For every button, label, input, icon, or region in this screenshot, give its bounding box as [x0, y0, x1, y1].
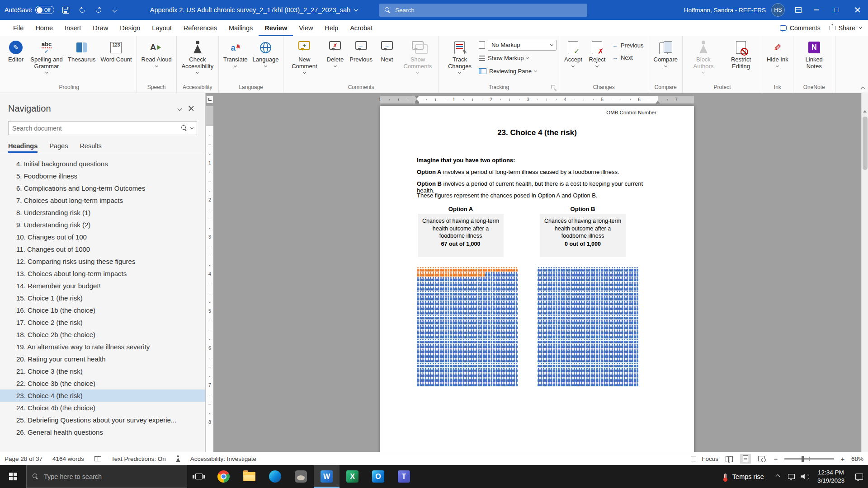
accessibility-indicator[interactable]: Accessibility: Investigate: [190, 455, 256, 462]
tab-design[interactable]: Design: [114, 20, 146, 36]
markup-select[interactable]: No Markup: [488, 40, 557, 51]
reviewing-pane-button[interactable]: Reviewing Pane: [479, 65, 557, 77]
navigation-search-input[interactable]: [12, 125, 178, 132]
nav-heading-item[interactable]: 18. Choice 2b (the choice): [0, 328, 205, 341]
nav-heading-item[interactable]: 8. Understanding risk (1): [0, 206, 205, 219]
nav-heading-item[interactable]: 20. Rating your current health: [0, 353, 205, 365]
tab-references[interactable]: References: [178, 20, 223, 36]
tab-review[interactable]: Review: [259, 20, 293, 36]
document-title[interactable]: Appendix 2. US Adult chronic survey_2_17…: [150, 6, 358, 14]
reject-button[interactable]: ✗ Reject: [585, 38, 609, 67]
tracking-dialog-launcher[interactable]: [551, 84, 557, 90]
weather-widget[interactable]: Temps rise: [717, 473, 771, 480]
next-comment-button[interactable]: → Next: [375, 38, 399, 63]
nav-heading-item[interactable]: 4. Initial background questions: [0, 158, 205, 170]
taskbar-search-input[interactable]: [44, 473, 181, 480]
vertical-ruler[interactable]: 12345678: [206, 106, 213, 452]
nav-heading-item[interactable]: 15. Choice 1 (the risk): [0, 292, 205, 304]
check-accessibility-button[interactable]: Check Accessibility: [179, 38, 216, 73]
autosave-toggle[interactable]: Off: [35, 6, 54, 14]
tab-acrobat[interactable]: Acrobat: [344, 20, 378, 36]
editor-button[interactable]: ✎ Editor: [4, 38, 28, 63]
previous-change-button[interactable]: ← Previous: [609, 40, 646, 51]
tab-draw[interactable]: Draw: [87, 20, 114, 36]
chrome-taskbar-icon[interactable]: [211, 465, 236, 488]
outlook-taskbar-icon[interactable]: [365, 465, 391, 488]
close-button[interactable]: [847, 0, 868, 20]
nav-heading-item[interactable]: 21. Choice 3 (the risk): [0, 365, 205, 377]
word-taskbar-icon[interactable]: [314, 465, 340, 488]
tab-pages[interactable]: Pages: [49, 142, 68, 153]
gimp-taskbar-icon[interactable]: [288, 465, 314, 488]
tab-insert[interactable]: Insert: [59, 20, 87, 36]
user-name[interactable]: Hoffmann, Sandra - REE-ERS: [684, 7, 766, 14]
zoom-slider[interactable]: [784, 458, 834, 460]
start-button[interactable]: [0, 465, 26, 488]
customize-quick-access-button[interactable]: [108, 3, 122, 17]
collapse-ribbon-button[interactable]: [861, 87, 865, 91]
action-center-button[interactable]: [850, 465, 868, 488]
nav-heading-item[interactable]: 19. An alternative way to rate illness s…: [0, 341, 205, 353]
tab-stop-selector[interactable]: [206, 96, 213, 103]
zoom-level[interactable]: 68%: [851, 455, 863, 462]
nav-heading-item[interactable]: 23. Choice 4 (the risk): [0, 389, 205, 402]
clock[interactable]: 12:34 PM 3/19/2023: [812, 469, 850, 484]
task-view-button[interactable]: [187, 465, 211, 488]
document-page[interactable]: OMB Control Number: 23. Choice 4 (the ri…: [380, 106, 694, 452]
horizontal-ruler[interactable]: 11234567: [380, 96, 694, 103]
tab-view[interactable]: View: [293, 20, 319, 36]
previous-comment-button[interactable]: ← Previous: [347, 38, 375, 63]
thesaurus-button[interactable]: Thesaurus: [66, 38, 98, 63]
nav-heading-item[interactable]: 12. Comparing risks using these figures: [0, 255, 205, 267]
compare-button[interactable]: Compare: [651, 38, 680, 67]
tab-headings[interactable]: Headings: [8, 142, 38, 153]
read-mode-button[interactable]: [724, 454, 735, 464]
hide-ink-button[interactable]: ✎ Hide Ink: [764, 38, 791, 67]
nav-heading-item[interactable]: 6. Complications and Long-term Outcomes: [0, 182, 205, 194]
nav-heading-item[interactable]: 16. Choice 1b (the choice): [0, 304, 205, 316]
linked-notes-button[interactable]: N Linked Notes: [796, 38, 833, 70]
proofing-status-icon[interactable]: [94, 456, 101, 461]
share-button[interactable]: Share: [830, 24, 862, 32]
minimize-button[interactable]: [806, 0, 826, 20]
tab-layout[interactable]: Layout: [146, 20, 178, 36]
nav-heading-item[interactable]: 22. Choice 3b (the choice): [0, 377, 205, 389]
tab-mailings[interactable]: Mailings: [223, 20, 259, 36]
ribbon-display-options-button[interactable]: [791, 3, 806, 17]
text-predictions-indicator[interactable]: Text Predictions: On: [111, 455, 166, 462]
scroll-up-arrow-icon[interactable]: [862, 108, 868, 114]
spelling-grammar-button[interactable]: abc✓ Spelling and Grammar: [28, 38, 65, 73]
explorer-taskbar-icon[interactable]: [236, 465, 262, 488]
nav-heading-item[interactable]: 5. Foodborne illness: [0, 170, 205, 182]
delete-comment-button[interactable]: ✗ Delete: [323, 38, 347, 67]
show-markup-button[interactable]: Show Markup: [479, 52, 557, 64]
nav-heading-item[interactable]: 24. Choice 4b (the choice): [0, 402, 205, 414]
translate-button[interactable]: aä Translate: [221, 38, 250, 67]
nav-heading-item[interactable]: 17. Choice 2 (the risk): [0, 316, 205, 328]
titlebar-search-input[interactable]: [395, 7, 582, 14]
document-scrollbar[interactable]: [861, 93, 868, 452]
nav-heading-item[interactable]: 11. Changes out of 1000: [0, 243, 205, 255]
focus-button[interactable]: Focus: [702, 455, 718, 462]
tab-help[interactable]: Help: [319, 20, 344, 36]
save-button[interactable]: [59, 3, 73, 17]
word-count-button[interactable]: 123 Word Count: [98, 38, 134, 63]
navigation-options-button[interactable]: [174, 103, 185, 114]
tab-home[interactable]: Home: [29, 20, 59, 36]
tab-file[interactable]: File: [7, 20, 29, 36]
read-aloud-button[interactable]: A Read Aloud: [139, 38, 174, 67]
show-comments-button[interactable]: Show Comments: [399, 38, 436, 73]
nav-heading-item[interactable]: 26. General health questions: [0, 426, 205, 438]
scrollbar-thumb[interactable]: [863, 117, 868, 170]
nav-heading-item[interactable]: 7. Choices about long-term impacts: [0, 194, 205, 206]
comments-button[interactable]: Comments: [780, 24, 821, 32]
zoom-in-button[interactable]: +: [840, 455, 846, 463]
web-layout-button[interactable]: [756, 454, 767, 464]
block-authors-button[interactable]: Block Authors: [685, 38, 722, 73]
language-button[interactable]: Language: [250, 38, 281, 67]
word-count-indicator[interactable]: 4164 words: [52, 455, 84, 462]
maximize-button[interactable]: [826, 0, 847, 20]
edge-taskbar-icon[interactable]: [262, 465, 288, 488]
zoom-slider-thumb[interactable]: [802, 456, 804, 462]
navigation-close-button[interactable]: [185, 103, 197, 114]
